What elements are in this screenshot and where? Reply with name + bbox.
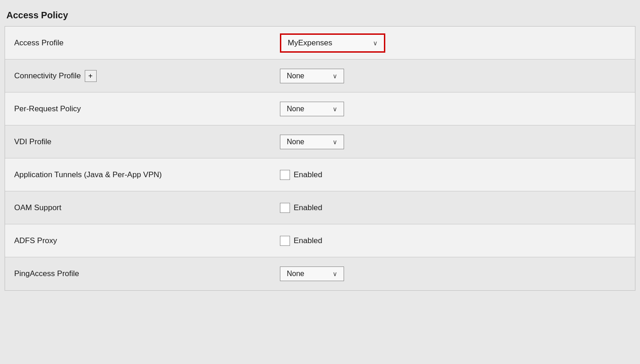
- table-row: VDI Profile None ∨: [5, 125, 635, 158]
- connectivity-profile-select-value: None: [287, 72, 304, 80]
- pingaccess-profile-label-text: PingAccess Profile: [14, 269, 79, 278]
- table-row: Connectivity Profile + None ∨: [5, 60, 635, 92]
- oam-support-label: OAM Support: [5, 197, 271, 219]
- adfs-proxy-value: Enabled: [271, 229, 635, 252]
- application-tunnels-checkbox[interactable]: [280, 170, 290, 180]
- connectivity-profile-label-text: Connectivity Profile: [14, 71, 81, 81]
- pingaccess-profile-label: PingAccess Profile: [5, 263, 271, 285]
- connectivity-profile-plus-button[interactable]: +: [85, 70, 97, 82]
- chevron-down-icon: ∨: [333, 72, 337, 80]
- vdi-profile-label-text: VDI Profile: [14, 137, 51, 147]
- oam-support-label-text: OAM Support: [14, 203, 61, 212]
- access-policy-table: Access Profile MyExpenses ∨ Connectivity…: [5, 26, 635, 291]
- per-request-policy-value: None ∨: [271, 95, 635, 123]
- pingaccess-profile-value: None ∨: [271, 260, 635, 288]
- oam-support-value: Enabled: [271, 196, 635, 219]
- access-profile-label-text: Access Profile: [14, 38, 64, 48]
- adfs-proxy-label-text: ADFS Proxy: [14, 236, 57, 245]
- section-title: Access Policy: [5, 5, 635, 26]
- vdi-profile-value: None ∨: [271, 128, 635, 156]
- application-tunnels-value: Enabled: [271, 163, 635, 186]
- chevron-down-icon: ∨: [333, 105, 337, 113]
- oam-support-checkbox-wrap[interactable]: Enabled: [280, 203, 322, 213]
- vdi-profile-select-value: None: [287, 138, 304, 146]
- application-tunnels-label-text: Application Tunnels (Java & Per-App VPN): [14, 170, 162, 179]
- access-profile-value: MyExpenses ∨: [271, 27, 635, 59]
- oam-support-enabled-label: Enabled: [294, 203, 322, 212]
- connectivity-profile-label: Connectivity Profile +: [5, 64, 271, 88]
- per-request-policy-select-value: None: [287, 105, 304, 113]
- adfs-proxy-checkbox-wrap[interactable]: Enabled: [280, 236, 322, 246]
- per-request-policy-label: Per-Request Policy: [5, 98, 271, 120]
- vdi-profile-label: VDI Profile: [5, 131, 271, 153]
- access-profile-select[interactable]: MyExpenses ∨: [280, 33, 385, 53]
- table-row: ADFS Proxy Enabled: [5, 224, 635, 257]
- chevron-down-icon: ∨: [333, 270, 337, 277]
- adfs-proxy-label: ADFS Proxy: [5, 230, 271, 252]
- connectivity-profile-select[interactable]: None ∨: [280, 69, 344, 83]
- application-tunnels-enabled-label: Enabled: [294, 170, 322, 179]
- vdi-profile-select[interactable]: None ∨: [280, 135, 344, 149]
- oam-support-checkbox[interactable]: [280, 203, 290, 213]
- chevron-down-icon: ∨: [373, 39, 377, 47]
- table-row: OAM Support Enabled: [5, 191, 635, 224]
- access-profile-label: Access Profile: [5, 32, 271, 54]
- per-request-policy-select[interactable]: None ∨: [280, 102, 344, 116]
- page-container: Access Policy Access Profile MyExpenses …: [0, 0, 640, 364]
- access-profile-select-value: MyExpenses: [288, 38, 332, 48]
- application-tunnels-checkbox-wrap[interactable]: Enabled: [280, 170, 322, 180]
- table-row: PingAccess Profile None ∨: [5, 257, 635, 290]
- table-row: Per-Request Policy None ∨: [5, 92, 635, 125]
- adfs-proxy-enabled-label: Enabled: [294, 236, 322, 245]
- table-row: Access Profile MyExpenses ∨: [5, 27, 635, 60]
- pingaccess-profile-select[interactable]: None ∨: [280, 266, 344, 281]
- chevron-down-icon: ∨: [333, 138, 337, 146]
- pingaccess-profile-select-value: None: [287, 270, 304, 278]
- per-request-policy-label-text: Per-Request Policy: [14, 104, 81, 114]
- connectivity-profile-value: None ∨: [271, 62, 635, 90]
- table-row: Application Tunnels (Java & Per-App VPN)…: [5, 158, 635, 191]
- adfs-proxy-checkbox[interactable]: [280, 236, 290, 246]
- application-tunnels-label: Application Tunnels (Java & Per-App VPN): [5, 164, 271, 186]
